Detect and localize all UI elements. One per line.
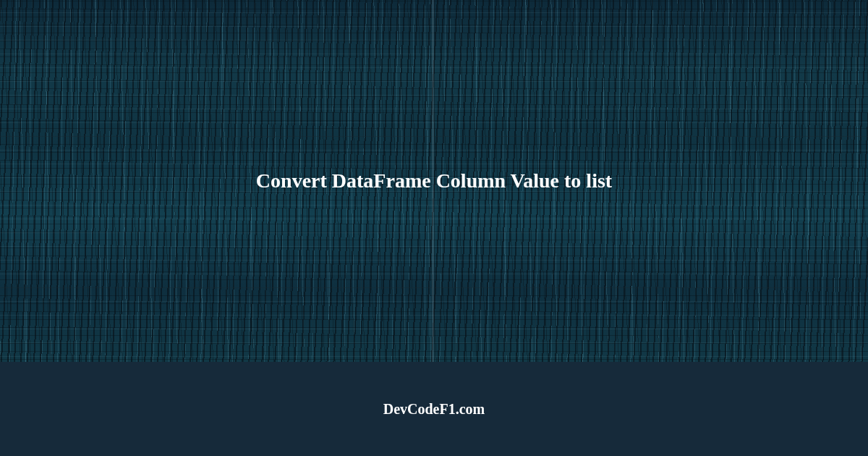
brand-label: DevCodeF1.com	[383, 401, 485, 418]
hero-section: Convert DataFrame Column Value to list	[0, 0, 868, 362]
footer-section: DevCodeF1.com	[0, 362, 868, 456]
social-card: Convert DataFrame Column Value to list D…	[0, 0, 868, 456]
page-title: Convert DataFrame Column Value to list	[213, 169, 655, 193]
